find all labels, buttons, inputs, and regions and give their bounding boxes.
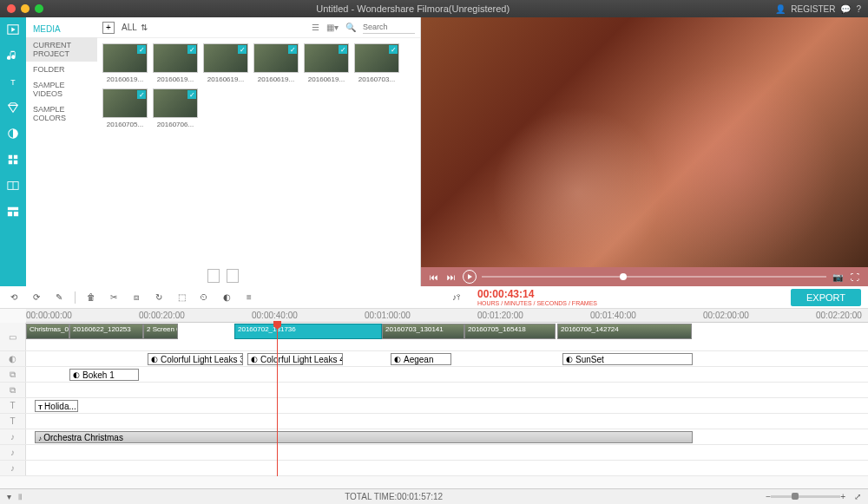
total-time: TOTAL TIME:00:01:57:12 — [345, 492, 443, 501]
fullscreen-icon[interactable]: ⛶ — [849, 271, 861, 283]
search-input[interactable] — [363, 22, 415, 34]
collapse-icon[interactable]: ▾ — [7, 492, 11, 501]
text-lane[interactable]: Holida... — [26, 398, 868, 413]
grid-view-icon[interactable]: ▦▾ — [326, 23, 339, 32]
video-track-icon[interactable]: ▭ — [0, 323, 26, 350]
filter-clip[interactable]: Colorful Light Leaks 3 — [148, 353, 243, 365]
media-tab-icon[interactable] — [6, 23, 20, 36]
play-button[interactable] — [463, 270, 477, 284]
zoom-slider[interactable] — [771, 495, 840, 498]
preview-video[interactable] — [421, 17, 868, 267]
filters-tab-icon[interactable] — [6, 101, 20, 115]
text-track-icon[interactable]: T — [0, 414, 26, 429]
filter-clip[interactable]: Colorful Light Leaks 4 — [247, 353, 343, 365]
titlebar: Untitled - Wondershare Filmora(Unregiste… — [0, 0, 868, 17]
undo-icon[interactable]: ⟲ — [7, 291, 21, 304]
media-thumb[interactable]: 20160619... — [203, 43, 248, 83]
overlays-tab-icon[interactable] — [6, 127, 20, 141]
filter-track: ◐ Colorful Light Leaks 3Colorful Light L… — [0, 351, 868, 367]
media-thumb[interactable]: 20160619... — [253, 43, 299, 83]
pip-track-icon[interactable]: ⧉ — [0, 383, 26, 397]
delete-icon[interactable] — [227, 269, 239, 283]
adjust-icon[interactable]: ≡ — [242, 291, 256, 304]
ruler-tick: 00:01:20:00 — [477, 311, 523, 320]
text-tab-icon[interactable]: T — [6, 75, 20, 88]
audio-lane[interactable]: ♪ Orchestra Christmas — [26, 429, 868, 444]
media-thumb[interactable]: 20160705... — [102, 88, 148, 128]
audio-track-icon[interactable]: ♪ — [0, 445, 26, 460]
close-window[interactable] — [7, 4, 16, 13]
tree-folder[interactable]: FOLDER — [26, 62, 97, 77]
media-thumb[interactable]: 20160619... — [153, 43, 198, 83]
ruler-tick: 00:02:20:00 — [816, 311, 862, 320]
timeline-ruler[interactable]: 00:00:00:00 00:00:20:00 00:00:40:00 00:0… — [26, 309, 868, 323]
title-clip[interactable]: Holida... — [35, 400, 78, 412]
minimize-window[interactable] — [21, 4, 30, 13]
edit-icon[interactable]: ✎ — [52, 291, 66, 304]
video-lane[interactable]: Christmas_0720160622_1202532 Screen 0201… — [26, 323, 868, 350]
delete-clip-icon[interactable]: 🗑 — [84, 291, 98, 304]
filter-clip[interactable]: SunSet — [562, 353, 693, 365]
filter-clip[interactable]: Aegean — [391, 353, 451, 365]
speed-icon[interactable]: ⏲ — [197, 291, 211, 304]
elements-tab-icon[interactable] — [6, 153, 20, 167]
video-clip[interactable]: 20160705_165418 — [464, 324, 556, 339]
svg-rect-5 — [9, 160, 12, 164]
pip-track-icon[interactable]: ⧉ — [0, 367, 26, 382]
fit-icon[interactable]: ⤢ — [854, 492, 861, 501]
video-clip[interactable]: 20160703_130141 — [382, 324, 464, 339]
svg-rect-6 — [14, 160, 17, 164]
prev-frame-icon[interactable]: ⏮ — [428, 271, 440, 283]
text-track-icon[interactable]: T — [0, 398, 26, 413]
tree-sample-videos[interactable]: SAMPLE VIDEOS — [26, 77, 97, 101]
list-view-icon[interactable]: ☰ — [312, 23, 319, 32]
ruler-tick: 00:00:40:00 — [252, 311, 298, 320]
pip-clip[interactable]: Bokeh 1 — [69, 369, 139, 381]
layout-tab-icon[interactable] — [6, 205, 20, 219]
media-thumb[interactable]: 20160703... — [354, 43, 399, 83]
tree-sample-colors[interactable]: SAMPLE COLORS — [26, 101, 97, 126]
zoom-in-icon[interactable]: + — [840, 492, 845, 501]
media-footer — [26, 265, 420, 286]
video-clip[interactable]: 20160702_131736 — [234, 324, 382, 339]
window-title: Untitled - Wondershare Filmora(Unregiste… — [50, 3, 775, 14]
record-icon[interactable]: ⬚ — [174, 291, 188, 304]
marker-icon[interactable]: ⦀ — [18, 492, 22, 502]
media-thumb[interactable]: 20160619... — [102, 43, 148, 83]
video-clip[interactable]: 2 Screen 0 — [143, 324, 178, 339]
register-link[interactable]: REGISTER — [791, 4, 835, 14]
video-clip[interactable]: Christmas_07 — [26, 324, 69, 339]
filter-lane[interactable]: Colorful Light Leaks 3Colorful Light Lea… — [26, 351, 868, 366]
video-clip[interactable]: 20160706_142724 — [557, 324, 692, 339]
audio-mixer-icon[interactable]: ♪⫯ — [450, 291, 464, 304]
preview-progress[interactable] — [482, 276, 826, 278]
new-folder-icon[interactable] — [207, 269, 220, 283]
snapshot-icon[interactable]: 📷 — [832, 271, 844, 283]
pip-track: ⧉ Bokeh 1 — [0, 367, 868, 383]
audio-track-icon[interactable]: ♪ — [0, 461, 26, 475]
audio-tab-icon[interactable] — [6, 49, 20, 62]
video-clip[interactable]: 20160622_120253 — [69, 324, 143, 339]
crop-icon[interactable]: ⧈ — [129, 291, 143, 304]
next-frame-icon[interactable]: ⏭ — [445, 271, 457, 283]
audio-track-icon[interactable]: ♪ — [0, 429, 26, 444]
maximize-window[interactable] — [35, 4, 43, 13]
color-icon[interactable]: ◐ — [220, 291, 233, 304]
media-thumb[interactable]: 20160619... — [304, 43, 349, 83]
redo-icon[interactable]: ⟳ — [30, 291, 43, 304]
pip-lane[interactable]: Bokeh 1 — [26, 367, 868, 382]
splitscreen-tab-icon[interactable] — [6, 179, 20, 193]
filter-dropdown[interactable]: ALL⇅ — [122, 23, 148, 32]
bottom-bar: ▾ ⦀ TOTAL TIME:00:01:57:12 − + ⤢ — [0, 488, 868, 504]
rotate-icon[interactable]: ↻ — [152, 291, 166, 304]
tree-current-project[interactable]: CURRENT PROJECT — [26, 37, 97, 62]
export-button[interactable]: EXPORT — [791, 289, 861, 306]
filter-track-icon[interactable]: ◐ — [0, 351, 26, 366]
audio-clip[interactable]: ♪ Orchestra Christmas — [35, 431, 693, 443]
media-thumb[interactable]: 20160706... — [153, 88, 198, 128]
add-media-button[interactable]: + — [102, 22, 115, 34]
help-icon[interactable]: ? — [856, 4, 861, 14]
chat-icon[interactable]: 💬 — [840, 4, 851, 14]
cut-icon[interactable]: ✂ — [107, 291, 121, 304]
ruler-tick: 00:01:00:00 — [365, 311, 411, 320]
